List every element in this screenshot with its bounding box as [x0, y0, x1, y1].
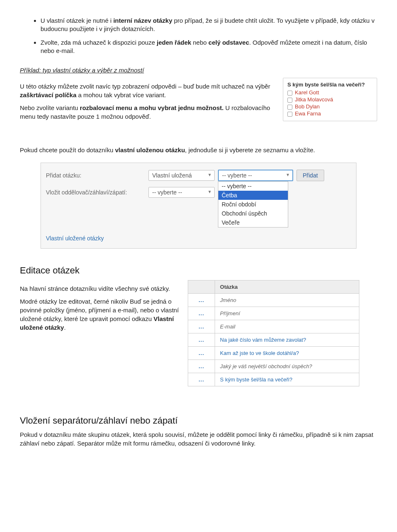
col-question: Otázka [215, 280, 359, 294]
example-paragraph-1: U této otázky můžete zvolit navíc typ zo… [20, 82, 275, 99]
checkbox-icon [287, 112, 292, 117]
add-question-panel: Přidat otázku: Vlastní uložená▼ -- vyber… [41, 163, 356, 249]
row-menu-icon[interactable]: ... [198, 363, 204, 369]
select-separator[interactable]: -- vyberte --▼ [148, 187, 215, 198]
poll-option[interactable]: Jitka Molavcová [287, 96, 373, 103]
poll-option[interactable]: Karel Gott [287, 89, 373, 96]
question-cell: Jméno [215, 294, 359, 307]
edit-heading: Editace otázek [20, 265, 377, 276]
label-insert-separator: Vložit oddělovač/záhlaví/zápatí: [46, 189, 145, 196]
example-heading: Příklad: typ vlastní otázky a výběr z mo… [20, 67, 377, 74]
question-cell: Příjmení [215, 307, 359, 320]
select-stored-question[interactable]: -- vyberte --▼ -- vyberte -- Četba Roční… [218, 170, 293, 181]
link-stored-questions[interactable]: Vlastní uložené otázky [46, 235, 104, 242]
row-menu-icon[interactable]: ... [198, 337, 204, 343]
checkbox-icon [287, 98, 292, 103]
checkbox-icon [287, 91, 292, 96]
question-cell[interactable]: Na jaké číslo vám můžeme zavolat? [215, 333, 359, 347]
bullet-1: U vlastní otázek je nutné i interní náze… [41, 17, 377, 34]
table-row: ...Kam až jste to ve škole dotáhl/a? [188, 347, 359, 360]
dropdown-item[interactable]: Večeře [218, 218, 288, 227]
poll-example-box: S kým byste šel/šla na večeři? Karel Got… [283, 78, 377, 121]
chevron-down-icon: ▼ [208, 189, 212, 194]
select-question-type[interactable]: Vlastní uložená▼ [148, 170, 215, 181]
checkbox-icon [287, 105, 292, 110]
poll-question: S kým byste šel/šla na večeři? [287, 81, 373, 88]
separator-paragraph: Pokud v dotazníku máte skupinu otázek, k… [20, 430, 377, 448]
stored-question-dropdown: -- vyberte -- Četba Roční období Obchodn… [218, 181, 288, 228]
question-cell[interactable]: Kam až jste to ve škole dotáhl/a? [215, 347, 359, 360]
example-paragraph-2: Nebo zvolíte variantu rozbalovací menu a… [20, 103, 275, 121]
separator-heading: Vložení separátoru/záhlaví nebo zápatí [20, 415, 377, 426]
questions-table: Otázka ...Jméno ...Příjmení ...E-mail ..… [188, 280, 359, 386]
dropdown-item[interactable]: Roční období [218, 200, 288, 209]
intro-bullets: U vlastní otázek je nutné i interní náze… [20, 17, 377, 55]
chevron-down-icon: ▼ [208, 173, 212, 177]
row-menu-icon[interactable]: ... [198, 350, 204, 356]
stored-question-paragraph: Pokud chcete použít do dotazníku vlastní… [20, 146, 377, 154]
row-menu-icon[interactable]: ... [198, 310, 204, 316]
row-menu-icon[interactable]: ... [198, 324, 204, 330]
dropdown-item[interactable]: -- vyberte -- [218, 182, 288, 191]
label-add-question: Přidat otázku: [46, 172, 145, 179]
edit-paragraph-1: Na hlavní stránce dotazníku vidíte všech… [20, 284, 179, 293]
table-row: ...Příjmení [188, 307, 359, 320]
row-menu-icon[interactable]: ... [198, 376, 204, 383]
table-row: ...E-mail [188, 320, 359, 333]
table-row: ...Jaký je váš největší obchodní úspěch? [188, 360, 359, 373]
add-button[interactable]: Přidat [297, 170, 324, 181]
question-cell: Jaký je váš největší obchodní úspěch? [215, 360, 359, 373]
row-menu-icon[interactable]: ... [198, 297, 204, 303]
col-actions [188, 280, 215, 294]
bullet-2: Zvolte, zda má uchazeč k dispozici pouze… [41, 38, 377, 55]
dropdown-item[interactable]: Četba [218, 191, 288, 200]
chevron-down-icon: ▼ [286, 173, 290, 177]
question-cell[interactable]: S kým byste šel/šla na večeři? [215, 373, 359, 386]
question-cell: E-mail [215, 320, 359, 333]
dropdown-item[interactable]: Obchodní úspěch [218, 209, 288, 218]
edit-paragraph-2: Modré otázky lze editovat, černé nikoliv… [20, 297, 179, 332]
table-row: ...Jméno [188, 294, 359, 307]
table-row: ...S kým byste šel/šla na večeři? [188, 373, 359, 386]
poll-option[interactable]: Ewa Farna [287, 110, 373, 117]
poll-option[interactable]: Bob Dylan [287, 103, 373, 110]
table-row: ...Na jaké číslo vám můžeme zavolat? [188, 333, 359, 347]
